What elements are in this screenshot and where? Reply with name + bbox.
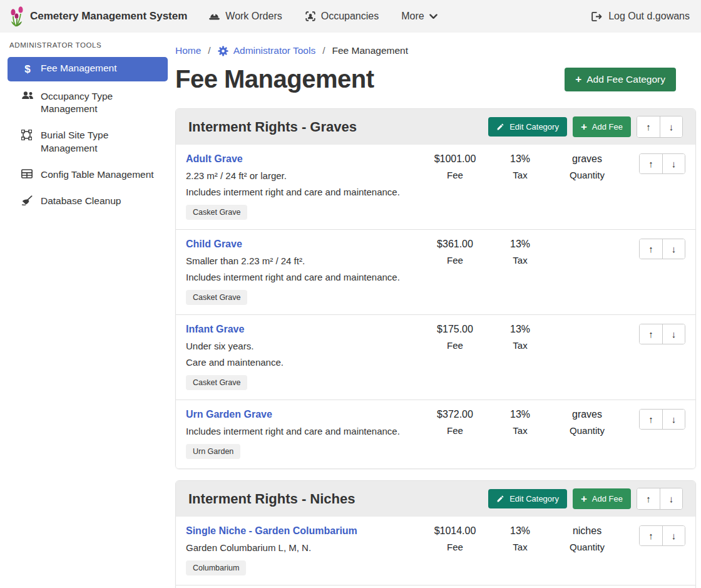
fee-type-badge: Urn Garden bbox=[186, 444, 240, 459]
category-reorder-buttons: ↑ ↓ bbox=[637, 116, 683, 138]
nav-work-orders-label: Work Orders bbox=[225, 11, 282, 22]
breadcrumb-admin-tools-label: Administrator Tools bbox=[233, 45, 316, 56]
tax-label: Tax bbox=[490, 170, 550, 180]
quantity-column: niches Quantity bbox=[550, 525, 624, 552]
chevron-down-icon bbox=[429, 14, 437, 19]
breadcrumb-home-link[interactable]: Home bbox=[175, 45, 201, 56]
move-down-button[interactable]: ↓ bbox=[660, 488, 682, 509]
up-arrow-icon: ↑ bbox=[648, 158, 653, 169]
add-fee-category-button[interactable]: + Add Fee Category bbox=[565, 68, 676, 91]
fee-description: Garden Columbarium L, M, N. bbox=[186, 542, 420, 553]
down-arrow-icon: ↓ bbox=[672, 414, 677, 425]
move-up-button[interactable]: ↑ bbox=[637, 116, 660, 137]
up-arrow-icon: ↑ bbox=[648, 244, 653, 254]
fee-description: 2.23 m² / 24 ft² or larger. bbox=[186, 170, 420, 181]
sidebar-item-label: Occupancy Type Management bbox=[41, 90, 161, 115]
move-down-button[interactable]: ↓ bbox=[660, 116, 682, 137]
fee-name-link[interactable]: Infant Grave bbox=[186, 324, 420, 335]
sidebar-item-burial-site-type-management[interactable]: Burial Site Type Management bbox=[8, 124, 168, 159]
fee-value: $1014.00 bbox=[420, 525, 490, 537]
fee-reorder-buttons: ↑ ↓ bbox=[624, 153, 685, 174]
down-arrow-icon: ↓ bbox=[672, 244, 677, 254]
quantity-label: Quantity bbox=[550, 542, 624, 552]
fee-type-badge: Casket Grave bbox=[186, 375, 247, 390]
tulip-logo-icon bbox=[9, 5, 25, 28]
quantity-label: Quantity bbox=[550, 170, 624, 180]
fee-column: $372.00 Fee bbox=[420, 409, 490, 436]
down-arrow-icon: ↓ bbox=[672, 329, 677, 339]
up-arrow-icon: ↑ bbox=[648, 414, 653, 425]
quantity-column: graves Quantity bbox=[550, 153, 624, 180]
add-fee-button[interactable]: + Add Fee bbox=[573, 488, 631, 509]
occupancy-frame-icon bbox=[305, 11, 316, 22]
page-title: Fee Management bbox=[175, 65, 374, 93]
fee-name-link[interactable]: Single Niche - Garden Columbarium bbox=[186, 525, 420, 537]
add-fee-category-label: Add Fee Category bbox=[586, 74, 665, 85]
nav-occupancies-label: Occupancies bbox=[321, 11, 379, 22]
move-down-button[interactable]: ↓ bbox=[662, 154, 685, 173]
move-up-button[interactable]: ↑ bbox=[637, 488, 660, 509]
fee-reorder-buttons: ↑ ↓ bbox=[624, 239, 685, 259]
fee-column: $175.00 Fee bbox=[420, 324, 490, 351]
breadcrumb-separator: / bbox=[208, 45, 210, 56]
quantity-value: graves bbox=[550, 409, 624, 420]
sidebar-item-fee-management[interactable]: $ Fee Management bbox=[8, 57, 168, 81]
breadcrumb-admin-tools-link[interactable]: Administrator Tools bbox=[218, 45, 316, 56]
sidebar-item-database-cleanup[interactable]: Database Cleanup bbox=[8, 190, 168, 212]
nav-work-orders[interactable]: Work Orders bbox=[208, 11, 282, 22]
tax-label: Tax bbox=[490, 425, 550, 436]
move-down-button[interactable]: ↓ bbox=[662, 324, 685, 344]
sidebar-item-occupancy-type-management[interactable]: Occupancy Type Management bbox=[8, 85, 168, 120]
fee-reorder-buttons: ↑ ↓ bbox=[624, 409, 685, 430]
fee-name-link[interactable]: Adult Grave bbox=[186, 153, 420, 165]
app-brand[interactable]: Cemetery Management System bbox=[9, 5, 187, 28]
nav-occupancies[interactable]: Occupancies bbox=[305, 11, 379, 22]
fee-row: Adult Grave 2.23 m² / 24 ft² or larger. … bbox=[176, 145, 695, 229]
fee-name-link[interactable]: Urn Garden Grave bbox=[186, 409, 420, 420]
fee-row: Infant Grave Under six years. Care and m… bbox=[176, 314, 695, 400]
move-down-button[interactable]: ↓ bbox=[662, 410, 685, 429]
move-up-button[interactable]: ↑ bbox=[640, 410, 662, 429]
fee-label: Fee bbox=[420, 425, 490, 436]
breadcrumb-current: Fee Management bbox=[332, 45, 409, 56]
category-header: Interment Rights - Niches Edit Category … bbox=[176, 481, 695, 517]
vector-square-icon bbox=[21, 130, 34, 140]
pencil-icon bbox=[496, 495, 504, 503]
move-up-button[interactable]: ↑ bbox=[640, 324, 662, 344]
edit-category-button[interactable]: Edit Category bbox=[488, 117, 567, 137]
fee-column: $361.00 Fee bbox=[420, 239, 490, 266]
edit-category-label: Edit Category bbox=[509, 494, 559, 503]
tax-value: 13% bbox=[490, 239, 550, 250]
fee-label: Fee bbox=[420, 340, 490, 351]
sidebar-item-label: Burial Site Type Management bbox=[41, 129, 161, 154]
fee-description: Includes interment right and care and ma… bbox=[186, 187, 420, 197]
nav-more[interactable]: More bbox=[401, 11, 437, 22]
tax-column: 13% Tax bbox=[490, 525, 550, 552]
add-fee-button[interactable]: + Add Fee bbox=[573, 116, 631, 137]
add-fee-label: Add Fee bbox=[592, 122, 623, 132]
move-down-button[interactable]: ↓ bbox=[662, 526, 685, 545]
fee-description: Includes interment right and care and ma… bbox=[186, 272, 420, 282]
fee-label: Fee bbox=[420, 255, 490, 266]
sidebar: ADMINISTRATOR TOOLS $ Fee Management Occ… bbox=[0, 33, 175, 216]
hard-hat-icon bbox=[208, 11, 220, 21]
table-icon bbox=[21, 169, 34, 178]
move-up-button[interactable]: ↑ bbox=[640, 239, 662, 259]
sidebar-item-label: Fee Management bbox=[41, 62, 117, 75]
pencil-icon bbox=[496, 123, 504, 131]
fee-name-link[interactable]: Child Grave bbox=[186, 239, 420, 250]
sidebar-item-config-table-management[interactable]: Config Table Management bbox=[8, 163, 168, 186]
move-up-button[interactable]: ↑ bbox=[640, 154, 662, 173]
tax-label: Tax bbox=[490, 255, 550, 266]
fee-type-badge: Casket Grave bbox=[186, 205, 247, 220]
logout-button[interactable]: Log Out d.gowans bbox=[591, 11, 690, 22]
move-up-button[interactable]: ↑ bbox=[640, 526, 662, 545]
fee-column: $1001.00 Fee bbox=[420, 153, 490, 180]
plus-icon: + bbox=[581, 121, 587, 132]
breadcrumb: Home / Administrator Tool bbox=[175, 45, 696, 56]
sign-out-icon bbox=[591, 11, 603, 22]
tax-value: 13% bbox=[490, 525, 550, 537]
move-down-button[interactable]: ↓ bbox=[662, 239, 685, 259]
fee-description: Smaller than 2.23 m² / 24 ft². bbox=[186, 255, 420, 266]
edit-category-button[interactable]: Edit Category bbox=[488, 489, 567, 508]
